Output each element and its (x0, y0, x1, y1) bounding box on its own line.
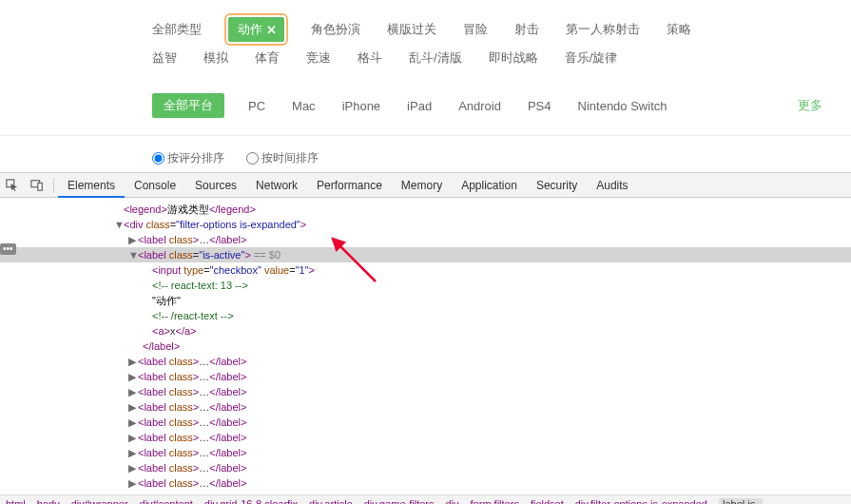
filter-platform-item[interactable]: PS4 (528, 99, 551, 113)
filter-type-row: 全部类型 动作 ✕ 角色扮演 横版过关 冒险 射击 第一人称射击 策略 (0, 10, 851, 49)
breadcrumb-item[interactable]: div#wrapper (71, 498, 128, 504)
filter-type-item[interactable]: 模拟 (203, 49, 228, 67)
ellipsis-icon[interactable]: ••• (0, 243, 16, 255)
dom-line[interactable]: <input type="checkbox" value="1"> (0, 262, 851, 278)
filter-platform-item[interactable]: PC (248, 99, 265, 113)
dom-line[interactable]: ▶<label class>…</label> (0, 460, 851, 475)
svg-rect-2 (38, 183, 42, 190)
close-icon[interactable]: ✕ (266, 23, 277, 37)
breadcrumb-item[interactable]: div.grid-16-8.clearfix (204, 498, 298, 504)
dom-line[interactable]: ▶<label class>…</label> (0, 415, 851, 430)
dom-line[interactable]: ▶<label class>…</label> (0, 399, 851, 415)
filter-type-item[interactable]: 横版过关 (387, 21, 436, 38)
breadcrumb-item[interactable]: div.filter-options.is-expanded (575, 498, 707, 504)
filter-type-item[interactable]: 射击 (514, 21, 539, 38)
filter-type-item[interactable]: 策略 (667, 21, 691, 38)
filter-platform-row: 全部平台 PC Mac iPhone iPad Android PS4 Nint… (0, 79, 851, 126)
dom-line[interactable]: ▶<label class>…</label> (0, 369, 851, 384)
filter-type-item[interactable]: 冒险 (463, 21, 488, 38)
filter-platform-item[interactable]: Android (458, 99, 501, 113)
breadcrumb-item-selected[interactable]: label.is- (719, 498, 763, 504)
filter-type-item[interactable]: 乱斗/清版 (409, 49, 462, 67)
breadcrumb-item[interactable]: div (445, 498, 458, 504)
tab-network[interactable]: Network (246, 173, 307, 198)
filter-platform-all[interactable]: 全部平台 (152, 93, 224, 118)
filter-type-item[interactable]: 体育 (255, 49, 280, 67)
filter-type-item[interactable]: 音乐/旋律 (565, 49, 618, 67)
dom-line[interactable]: ▶<label class>…</label> (0, 354, 851, 369)
breadcrumb-item[interactable]: fieldset (531, 498, 564, 504)
tab-elements[interactable]: Elements (58, 173, 125, 198)
breadcrumb-item[interactable]: form.filters (471, 498, 519, 504)
filter-type-item[interactable]: 竞速 (306, 49, 331, 67)
dom-line[interactable]: ▶<label class>…</label> (0, 475, 851, 491)
filter-type-item[interactable]: 益智 (152, 49, 177, 67)
dom-tree[interactable]: ••• <legend>游戏类型</legend> ▼<div class="f… (0, 198, 851, 494)
tab-audits[interactable]: Audits (587, 173, 637, 198)
dom-line[interactable]: <!-- /react-text --> (0, 308, 851, 323)
device-icon[interactable] (25, 173, 49, 198)
dom-line[interactable]: </label> (0, 339, 851, 354)
dom-breadcrumb: html body div#wrapper div#content div.gr… (0, 494, 851, 504)
inspect-icon[interactable] (0, 173, 25, 198)
filter-active-label: 动作 (238, 21, 262, 38)
filter-type-active[interactable]: 动作 ✕ (228, 17, 284, 42)
radio-input[interactable] (152, 152, 164, 165)
dom-line[interactable]: ▶<label class>…</label> (0, 384, 851, 399)
filter-type-item[interactable]: 格斗 (358, 49, 382, 67)
breadcrumb-item[interactable]: html (6, 498, 26, 504)
breadcrumb-item[interactable]: body (37, 498, 60, 504)
radio-input[interactable] (246, 152, 259, 165)
devtools-panel: Elements Console Sources Network Perform… (0, 172, 851, 504)
page-content: 全部类型 动作 ✕ 角色扮演 横版过关 冒险 射击 第一人称射击 策略 益智 模… (0, 0, 851, 172)
breadcrumb-item[interactable]: div.game-filters (364, 498, 435, 504)
tab-console[interactable]: Console (125, 173, 185, 198)
sort-rating-radio[interactable]: 按评分排序 (152, 150, 224, 166)
filter-platform-item[interactable]: Mac (292, 99, 316, 113)
radio-label: 按评分排序 (167, 150, 224, 166)
devtools-header: Elements Console Sources Network Perform… (0, 173, 851, 198)
dom-line[interactable]: ▶<label class>…</label> (0, 430, 851, 445)
tab-performance[interactable]: Performance (307, 173, 392, 198)
dom-line[interactable]: <a>x</a> (0, 323, 851, 339)
filter-platform-item[interactable]: Nintendo Switch (578, 99, 667, 113)
sort-row: 按评分排序 按时间排序 (0, 135, 851, 172)
separator (53, 178, 54, 193)
tab-sources[interactable]: Sources (185, 173, 246, 198)
tab-memory[interactable]: Memory (392, 173, 452, 198)
dom-line[interactable]: ▼<div class="filter-options is-expanded"… (0, 217, 851, 232)
filter-type-item[interactable]: 第一人称射击 (566, 21, 640, 38)
breadcrumb-item[interactable]: div#content (140, 498, 193, 504)
dom-line[interactable]: <legend>游戏类型</legend> (0, 202, 851, 217)
breadcrumb-item[interactable]: div.article (309, 498, 353, 504)
dom-line[interactable]: "动作" (0, 293, 851, 308)
tab-application[interactable]: Application (452, 173, 527, 198)
tab-security[interactable]: Security (527, 173, 587, 198)
filter-platform-item[interactable]: iPad (407, 99, 432, 113)
filter-type-item[interactable]: 角色扮演 (311, 21, 360, 38)
sort-time-radio[interactable]: 按时间排序 (246, 150, 319, 166)
filter-type-item[interactable]: 即时战略 (489, 49, 538, 67)
filter-platform-item[interactable]: iPhone (342, 99, 380, 113)
radio-label: 按时间排序 (261, 150, 319, 166)
dom-line[interactable]: ▶<label class>…</label> (0, 445, 851, 460)
dom-line[interactable]: ▶<label class>…</label> (0, 232, 851, 247)
filter-type-row-2: 益智 模拟 体育 竞速 格斗 乱斗/清版 即时战略 音乐/旋律 (0, 49, 851, 74)
filter-type-all[interactable]: 全部类型 (152, 21, 202, 38)
more-link[interactable]: 更多 (798, 97, 822, 114)
devtools-tabs: Elements Console Sources Network Perform… (58, 173, 638, 198)
dom-line-selected[interactable]: ▼<label class="is-active"> == $0 (0, 247, 851, 262)
dom-line[interactable]: <!-- react-text: 13 --> (0, 278, 851, 293)
